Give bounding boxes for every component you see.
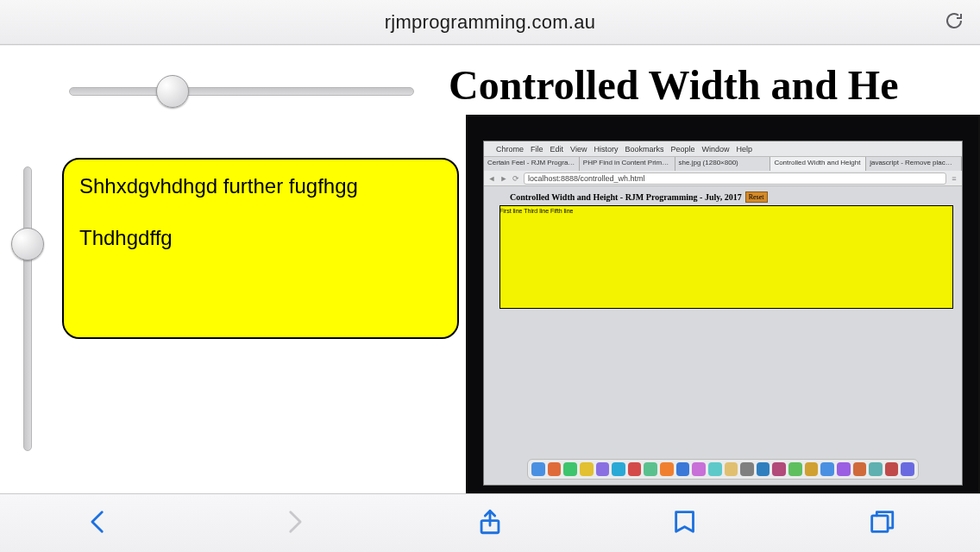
photo-reset-button: Reset [745,191,768,203]
width-slider[interactable] [69,87,414,96]
photo-dock-app-icon [676,462,690,476]
content-textarea[interactable]: Shhxdgvhdhgd further fugfhgg Thdhgdffg [62,158,459,339]
height-slider[interactable] [23,166,32,451]
photo-dock-app-icon [885,462,899,476]
photo-menubar: Chrome File Edit View History Bookmarks … [484,141,962,157]
photo-inner-title: Controlled Width and Height - RJM Progra… [510,192,742,202]
photo-dock [527,459,919,480]
photo-menu-item: Window [701,145,729,154]
photo-menu-item: Bookmarks [625,145,663,154]
page-content: Controlled Width and He Shhxdgvhdhgd fur… [0,45,980,493]
photo-dock-app-icon [660,462,674,476]
page-title: Controlled Width and He [449,61,898,109]
photo-tab: she.jpg (1280×800) [675,157,771,171]
photo-menu-item: Edit [550,145,564,154]
photo-inner-title-row: Controlled Width and Height - RJM Progra… [510,191,768,203]
photo-dock-app-icon [531,462,545,476]
bookmarks-icon[interactable] [671,507,700,540]
photo-back-icon: ◄ [487,174,496,183]
photo-monitor: Chrome File Edit View History Bookmarks … [483,141,963,486]
photo-menu-item: Help [736,145,752,154]
photo-menu-item: People [670,145,694,154]
reload-icon[interactable] [944,10,964,34]
back-icon[interactable] [84,507,113,540]
photo-tab: PHP Find in Content Primer … [580,157,675,171]
photo-dock-app-icon [805,462,819,476]
photo-address-row: ◄ ► ⟳ localhost:8888/controlled_wh.html … [484,171,962,186]
photo-dock-app-icon [692,462,706,476]
photo-dock-app-icon [820,462,834,476]
photo-menu-item: Chrome [496,145,524,154]
width-slider-thumb[interactable] [156,75,189,108]
photo-dock-app-icon [628,462,642,476]
photo-dock-app-icon [548,462,562,476]
photo-inner-yellow-box [499,205,953,309]
url-domain-text: rjmprogramming.com.au [385,11,596,34]
photo-dock-app-icon [596,462,610,476]
photo-dock-app-icon [788,462,802,476]
photo-forward-icon: ► [499,174,508,183]
tabs-icon[interactable] [867,507,896,540]
forward-icon [280,507,309,540]
photo-dock-app-icon [644,462,657,476]
photo-tab: Certain Feel - RJM Programm… [484,157,580,171]
browser-url-bar: rjmprogramming.com.au [0,0,980,45]
photo-inner-lines: First line Third line Fifth line [499,207,573,215]
photo-dock-app-icon [757,462,770,476]
photo-menu-item: File [531,145,543,154]
share-icon[interactable] [475,507,505,540]
embedded-photo: Chrome File Edit View History Bookmarks … [466,115,980,539]
photo-dock-app-icon [772,462,786,476]
photo-dock-app-icon [580,462,594,476]
photo-menu-icon: ≡ [950,174,958,183]
photo-dock-app-icon [901,462,914,476]
svg-rect-1 [872,515,888,530]
photo-tab: Controlled Width and Height [770,157,866,171]
safari-toolbar [0,493,980,552]
photo-menu-item: History [594,145,618,154]
photo-dock-app-icon [612,462,625,476]
photo-dock-app-icon [853,462,867,476]
photo-dock-app-icon [869,462,883,476]
photo-dock-app-icon [708,462,722,476]
photo-browser-tabs: Certain Feel - RJM Programm… PHP Find in… [484,157,962,171]
photo-menu-item: View [570,145,587,154]
photo-reload-icon: ⟳ [512,174,520,183]
photo-address-text: localhost:8888/controlled_wh.html [524,172,946,185]
photo-tab: javascript - Remove plac… [866,157,962,171]
photo-dock-app-icon [740,462,754,476]
photo-dock-app-icon [725,462,738,476]
photo-dock-app-icon [563,462,577,476]
height-slider-thumb[interactable] [11,228,44,260]
photo-dock-app-icon [837,462,851,476]
